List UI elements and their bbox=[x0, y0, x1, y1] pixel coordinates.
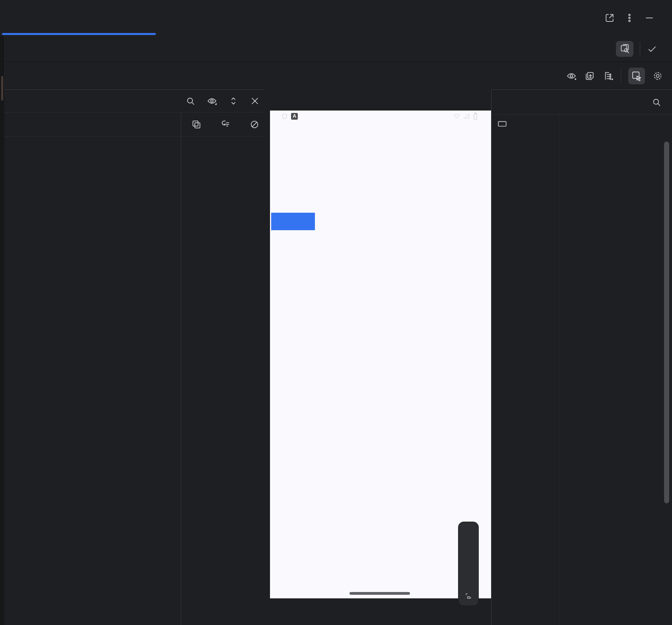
layout-inspector-snapshot-button[interactable] bbox=[616, 41, 633, 57]
device-toolbar bbox=[0, 36, 672, 62]
eye-icon[interactable] bbox=[566, 70, 577, 82]
recomposition-counts-bar bbox=[4, 112, 264, 137]
export-snapshot-icon[interactable] bbox=[584, 70, 595, 82]
battery-icon bbox=[473, 113, 478, 120]
eye-icon[interactable] bbox=[206, 95, 218, 107]
inspector-header-icons bbox=[566, 68, 663, 84]
active-tab-underline bbox=[2, 33, 156, 35]
device-screen[interactable]: A bbox=[270, 111, 491, 598]
export-tree-icon[interactable] bbox=[602, 70, 614, 82]
component-tree-panel bbox=[4, 89, 264, 625]
toolbar-separator bbox=[621, 69, 621, 83]
skip-count-icon[interactable] bbox=[219, 119, 231, 130]
signal-icon bbox=[463, 113, 470, 119]
attributes-panel bbox=[491, 89, 672, 625]
shield-icon bbox=[281, 113, 288, 120]
attr-column-divider bbox=[559, 115, 559, 625]
ban-icon[interactable] bbox=[249, 119, 260, 130]
layout-inspector-bar bbox=[0, 62, 672, 90]
recomposition-count-icon[interactable] bbox=[191, 119, 202, 130]
toolbar-right bbox=[616, 36, 658, 62]
fit-screen-icon[interactable] bbox=[464, 592, 472, 600]
attributes-scrollbar[interactable] bbox=[664, 142, 669, 503]
search-icon[interactable] bbox=[185, 95, 196, 107]
device-status-bar: A bbox=[270, 111, 491, 122]
component-tree-header bbox=[4, 90, 264, 112]
tree-header-icons bbox=[185, 95, 260, 107]
attributes-header bbox=[491, 90, 672, 115]
strip-scroll-mark bbox=[1, 76, 3, 101]
zoom-controls bbox=[458, 522, 479, 606]
minimize-icon[interactable] bbox=[643, 12, 655, 24]
android-studio-layout-inspector: { "colors": {"accent":"#3574F0","link":"… bbox=[0, 0, 672, 625]
open-in-new-window-icon[interactable] bbox=[604, 12, 616, 24]
gear-icon[interactable] bbox=[652, 70, 663, 82]
collapse-all-icon[interactable] bbox=[249, 95, 260, 107]
expand-all-icon[interactable] bbox=[228, 95, 239, 107]
component-tree-rows bbox=[4, 136, 264, 625]
home-indicator[interactable] bbox=[350, 592, 410, 595]
select-component-icon[interactable] bbox=[628, 68, 645, 84]
button-component-icon bbox=[497, 119, 507, 128]
wifi-icon bbox=[453, 113, 460, 119]
tab-medium-phone[interactable] bbox=[2, 0, 156, 36]
search-icon[interactable] bbox=[651, 97, 662, 108]
toolbar-separator bbox=[640, 42, 640, 56]
kebab-menu-icon[interactable] bbox=[623, 12, 635, 24]
deploy-check-icon bbox=[647, 43, 658, 54]
a-badge-icon: A bbox=[291, 113, 298, 120]
selected-component bbox=[497, 119, 513, 128]
selection-tag bbox=[271, 213, 315, 230]
tab-bar bbox=[0, 0, 672, 36]
